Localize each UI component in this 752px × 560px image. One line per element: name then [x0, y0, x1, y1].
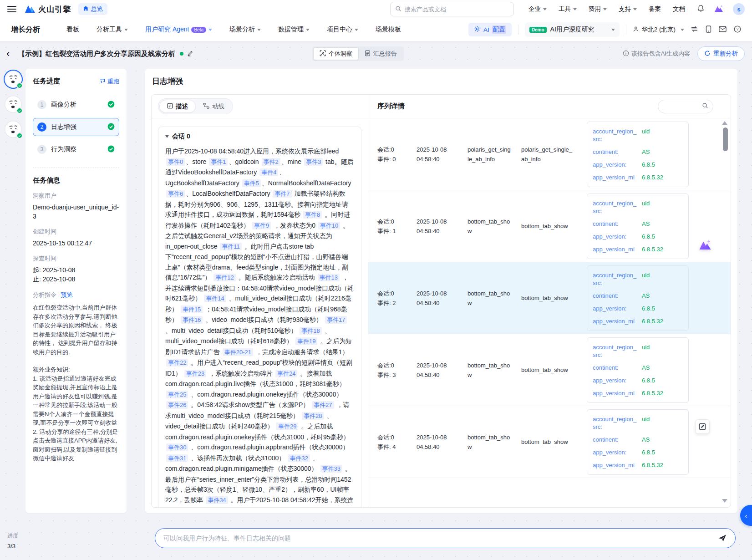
- event-tag[interactable]: 事件12: [213, 274, 235, 281]
- ai-config-button[interactable]: AI 配置: [468, 23, 512, 36]
- view-toggle-individual[interactable]: 个体洞察: [313, 47, 359, 60]
- tab-description[interactable]: 描述: [159, 100, 196, 113]
- nav-item-6[interactable]: 场景模板: [376, 25, 401, 34]
- scrollbar-down-arrow[interactable]: [722, 499, 727, 503]
- ai-helper-float-button[interactable]: [698, 239, 712, 252]
- edit-pencil-icon[interactable]: [187, 50, 193, 58]
- nav-item-2[interactable]: 用户研究 AgentBeta: [145, 25, 212, 34]
- topbar-menu-1[interactable]: 工具: [559, 5, 577, 13]
- event-tag[interactable]: 事件18: [300, 327, 321, 335]
- reanalyze-button[interactable]: 重新分析: [697, 46, 745, 61]
- event-display-name: bottom_tab_show: [521, 293, 575, 303]
- session-avatar-2[interactable]: [5, 121, 22, 138]
- event-tag[interactable]: 事件22: [166, 359, 188, 367]
- console-switch-icon[interactable]: [691, 25, 698, 34]
- sequence-row[interactable]: 会话:0事件: 22025-10-0804:58:40bottom_tab_sh…: [368, 262, 731, 334]
- description-scroll-area[interactable]: 会话 0 用户于2025-10-08 04:58:40进入应用，系统依次展示底部…: [152, 118, 368, 507]
- global-search[interactable]: [390, 2, 514, 16]
- event-tag[interactable]: 事件8: [303, 211, 322, 219]
- topbar-menu-2[interactable]: 费用: [589, 5, 607, 13]
- region-select[interactable]: 华北2 (北京): [633, 25, 684, 34]
- event-tag[interactable]: 事件34: [206, 496, 228, 504]
- topbar-menu-4[interactable]: 备案: [649, 5, 661, 13]
- ai-assistant-icon[interactable]: [714, 4, 724, 15]
- chat-input[interactable]: [163, 535, 718, 542]
- nav-item-1[interactable]: 分析工具: [97, 25, 128, 34]
- event-property-tags: account_region_src:uidcontinent:ASapp_ve…: [587, 193, 689, 259]
- collapse-panel-button[interactable]: ‹: [740, 505, 752, 526]
- task-step-3[interactable]: 3行为洞察: [33, 140, 119, 158]
- brand-logo[interactable]: 火山引擎: [25, 4, 71, 15]
- event-tag[interactable]: 事件32: [288, 454, 310, 462]
- task-step-1[interactable]: 1画像分析: [33, 96, 119, 114]
- event-tag[interactable]: 事件11: [220, 243, 242, 250]
- event-tag[interactable]: 事件31: [166, 454, 188, 462]
- session-avatar-1[interactable]: [5, 96, 22, 113]
- sequence-row[interactable]: 会话:0事件: 32025-10-0804:58:40bottom_tab_sh…: [368, 334, 731, 406]
- sequence-row[interactable]: 会话:0事件: 12025-10-0804:58:40bottom_tab_sh…: [368, 190, 731, 262]
- event-tag[interactable]: 事件7: [273, 190, 291, 198]
- user-avatar[interactable]: s: [733, 3, 745, 15]
- sequence-search[interactable]: [658, 100, 713, 113]
- rerun-button[interactable]: 重跑: [100, 77, 119, 86]
- event-tag[interactable]: 事件5: [242, 179, 261, 187]
- scrollbar-thumb[interactable]: [723, 127, 728, 151]
- event-tag[interactable]: 事件19: [295, 337, 317, 345]
- help-icon[interactable]: ?: [734, 25, 741, 34]
- sequence-row[interactable]: 会话:0事件: 42025-10-0804:58:40bottom_tab_sh…: [368, 406, 731, 478]
- mobile-icon[interactable]: [706, 25, 711, 34]
- event-tag[interactable]: 事件9: [252, 222, 271, 229]
- nav-item-5[interactable]: 项目中心: [327, 25, 358, 34]
- event-tag[interactable]: 事件20-21: [223, 348, 253, 356]
- instruction-preview-link[interactable]: 预览: [61, 291, 73, 298]
- event-tag[interactable]: 事件26: [166, 401, 188, 409]
- event-tag[interactable]: 事件6: [166, 190, 185, 198]
- event-tag[interactable]: 事件24: [275, 370, 297, 377]
- nav-item-0[interactable]: 看板: [66, 25, 79, 34]
- event-tag[interactable]: 事件3: [304, 158, 323, 166]
- event-tag[interactable]: 事件23: [184, 370, 206, 377]
- send-icon[interactable]: [718, 534, 727, 542]
- back-icon[interactable]: ‹: [6, 49, 18, 59]
- event-tag[interactable]: 事件27: [312, 401, 334, 409]
- task-step-2[interactable]: 2日志增强: [33, 118, 119, 136]
- nav-item-4[interactable]: 数据管理: [278, 25, 310, 34]
- tab-path[interactable]: 动线: [196, 100, 232, 113]
- event-tag[interactable]: 事件30: [166, 443, 188, 451]
- event-tag[interactable]: 事件13: [318, 274, 340, 281]
- nav-item-3[interactable]: 场景分析: [229, 25, 261, 34]
- event-tag[interactable]: 事件17: [325, 316, 347, 324]
- topbar-menu-5[interactable]: 文档: [673, 5, 685, 13]
- session-avatar-0[interactable]: [5, 71, 22, 88]
- event-tag[interactable]: 事件10: [318, 222, 340, 229]
- scrollbar-up-arrow[interactable]: [722, 121, 727, 125]
- menu-icon[interactable]: [7, 6, 16, 12]
- topbar-menu-3[interactable]: 支持: [619, 5, 637, 13]
- event-tag[interactable]: 事件14: [204, 295, 226, 302]
- event-tag[interactable]: 事件25: [166, 391, 188, 398]
- overview-button[interactable]: 总览: [78, 3, 107, 15]
- report-title: 【示例】红包裂变活动用户多次分享原因及线索分析: [18, 50, 175, 58]
- event-tag[interactable]: 事件33: [320, 465, 342, 473]
- event-tag[interactable]: 事件16: [181, 316, 203, 324]
- event-tag[interactable]: 事件15: [181, 305, 203, 313]
- event-tag[interactable]: 事件29: [276, 423, 298, 430]
- event-tag[interactable]: 事件1: [209, 158, 228, 166]
- event-tag[interactable]: 事件28: [302, 412, 324, 420]
- demo-badge: Demo: [529, 27, 547, 33]
- event-tag[interactable]: 事件4: [259, 168, 278, 176]
- sequence-row[interactable]: 会话:0事件: 02025-10-0804:58:40polaris_get_s…: [368, 118, 731, 190]
- topbar-menu-0[interactable]: 企业: [528, 5, 547, 13]
- view-toggle-summary[interactable]: 汇总报告: [359, 47, 403, 60]
- workspace-select[interactable]: Demo AI用户深度研究: [525, 22, 620, 37]
- session-collapse-header[interactable]: 会话 0: [165, 132, 354, 141]
- mail-icon[interactable]: [719, 26, 727, 34]
- global-search-input[interactable]: [405, 6, 509, 13]
- notification-bell-icon[interactable]: [697, 5, 705, 14]
- event-tag[interactable]: 事件0: [166, 158, 185, 166]
- event-tag[interactable]: 事件2: [262, 158, 280, 166]
- workspace: ‹ 【示例】红包裂变活动用户多次分享原因及线索分析 个体洞察汇总报告 该报告包含…: [0, 41, 752, 560]
- task-steps: 1画像分析2日志增强3行为洞察: [33, 96, 119, 158]
- sequence-search-input[interactable]: [663, 103, 702, 110]
- feedback-float-button[interactable]: [695, 419, 710, 434]
